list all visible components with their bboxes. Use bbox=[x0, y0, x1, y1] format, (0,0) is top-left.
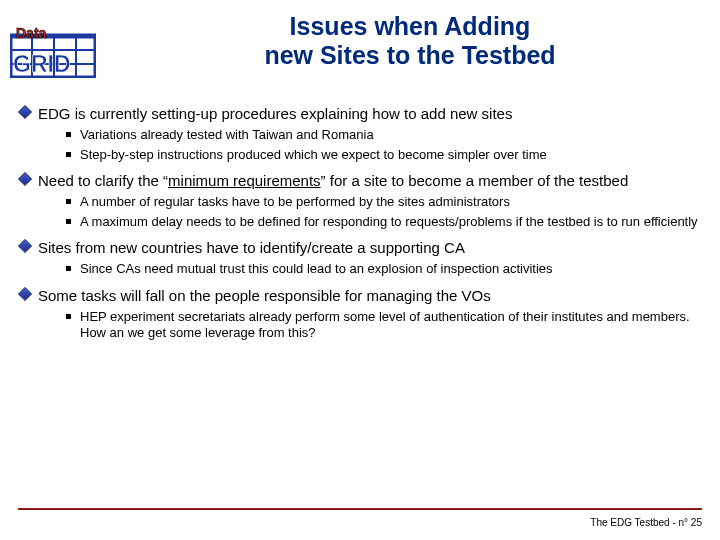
footer-text: The EDG Testbed - n° 25 bbox=[590, 517, 702, 528]
bullet-1-sub-1: Variations already tested with Taiwan an… bbox=[66, 127, 710, 143]
bullet-2-sub-2-text: A maximum delay needs to be defined for … bbox=[80, 214, 698, 230]
diamond-icon bbox=[20, 174, 38, 184]
slide: Data GRID Issues when Adding new Sites t… bbox=[0, 0, 720, 540]
bullet-4-sub-1-text: HEP experiment secretariats already perf… bbox=[80, 309, 710, 340]
square-icon bbox=[66, 132, 80, 137]
bullet-3-sub-1-text: Since CAs need mutual trust this could l… bbox=[80, 261, 553, 277]
bullet-2-text: Need to clarify the “minimum requirement… bbox=[38, 172, 628, 190]
bullet-3: Sites from new countries have to identif… bbox=[20, 239, 710, 257]
footer-rule bbox=[18, 508, 702, 510]
slide-title: Issues when Adding new Sites to the Test… bbox=[140, 12, 680, 70]
bullet-2: Need to clarify the “minimum requirement… bbox=[20, 172, 710, 190]
bullet-2-sub-1-text: A number of regular tasks have to be per… bbox=[80, 194, 510, 210]
square-icon bbox=[66, 152, 80, 157]
bullet-2-sub-1: A number of regular tasks have to be per… bbox=[66, 194, 710, 210]
bullet-1-text: EDG is currently setting-up procedures e… bbox=[38, 105, 512, 123]
bullet-3-text: Sites from new countries have to identif… bbox=[38, 239, 465, 257]
bullet-1-sub-1-text: Variations already tested with Taiwan an… bbox=[80, 127, 374, 143]
diamond-icon bbox=[20, 107, 38, 117]
slide-body: EDG is currently setting-up procedures e… bbox=[20, 95, 710, 340]
square-icon bbox=[66, 314, 80, 319]
bullet-1: EDG is currently setting-up procedures e… bbox=[20, 105, 710, 123]
bullet-1-sub-2-text: Step-by-step instructions produced which… bbox=[80, 147, 547, 163]
title-line-1: Issues when Adding bbox=[290, 12, 531, 40]
diamond-icon bbox=[20, 241, 38, 251]
svg-text:Data: Data bbox=[16, 25, 47, 41]
datagrid-logo: Data GRID bbox=[10, 24, 96, 78]
bullet-4-text: Some tasks will fall on the people respo… bbox=[38, 287, 491, 305]
bullet-4-sub-1: HEP experiment secretariats already perf… bbox=[66, 309, 710, 340]
title-line-2: new Sites to the Testbed bbox=[264, 41, 555, 69]
bullet-3-sub-1: Since CAs need mutual trust this could l… bbox=[66, 261, 710, 277]
bullet-4: Some tasks will fall on the people respo… bbox=[20, 287, 710, 305]
square-icon bbox=[66, 219, 80, 224]
square-icon bbox=[66, 266, 80, 271]
diamond-icon bbox=[20, 289, 38, 299]
bullet-2-sub-2: A maximum delay needs to be defined for … bbox=[66, 214, 710, 230]
square-icon bbox=[66, 199, 80, 204]
bullet-1-sub-2: Step-by-step instructions produced which… bbox=[66, 147, 710, 163]
svg-text:GRID: GRID bbox=[13, 51, 71, 77]
